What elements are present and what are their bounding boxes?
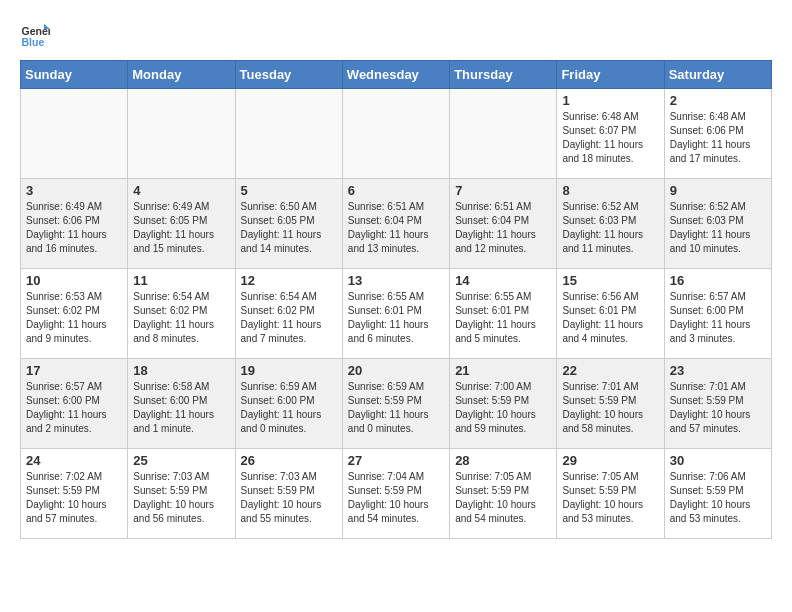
day-number: 18	[133, 363, 229, 378]
day-number: 20	[348, 363, 444, 378]
calendar-day-cell: 9Sunrise: 6:52 AM Sunset: 6:03 PM Daylig…	[664, 179, 771, 269]
calendar-day-cell: 1Sunrise: 6:48 AM Sunset: 6:07 PM Daylig…	[557, 89, 664, 179]
day-number: 4	[133, 183, 229, 198]
calendar-day-cell: 27Sunrise: 7:04 AM Sunset: 5:59 PM Dayli…	[342, 449, 449, 539]
calendar-day-cell: 29Sunrise: 7:05 AM Sunset: 5:59 PM Dayli…	[557, 449, 664, 539]
calendar-day-cell	[128, 89, 235, 179]
calendar-day-cell: 30Sunrise: 7:06 AM Sunset: 5:59 PM Dayli…	[664, 449, 771, 539]
day-info: Sunrise: 7:00 AM Sunset: 5:59 PM Dayligh…	[455, 380, 551, 436]
day-number: 28	[455, 453, 551, 468]
day-number: 10	[26, 273, 122, 288]
calendar-day-cell: 28Sunrise: 7:05 AM Sunset: 5:59 PM Dayli…	[450, 449, 557, 539]
calendar-week-row: 24Sunrise: 7:02 AM Sunset: 5:59 PM Dayli…	[21, 449, 772, 539]
day-number: 21	[455, 363, 551, 378]
weekday-header: Monday	[128, 61, 235, 89]
day-number: 12	[241, 273, 337, 288]
day-info: Sunrise: 7:03 AM Sunset: 5:59 PM Dayligh…	[133, 470, 229, 526]
day-number: 22	[562, 363, 658, 378]
calendar-week-row: 17Sunrise: 6:57 AM Sunset: 6:00 PM Dayli…	[21, 359, 772, 449]
calendar-day-cell: 21Sunrise: 7:00 AM Sunset: 5:59 PM Dayli…	[450, 359, 557, 449]
day-number: 13	[348, 273, 444, 288]
day-info: Sunrise: 7:02 AM Sunset: 5:59 PM Dayligh…	[26, 470, 122, 526]
calendar-day-cell: 10Sunrise: 6:53 AM Sunset: 6:02 PM Dayli…	[21, 269, 128, 359]
day-info: Sunrise: 6:51 AM Sunset: 6:04 PM Dayligh…	[455, 200, 551, 256]
day-info: Sunrise: 7:05 AM Sunset: 5:59 PM Dayligh…	[562, 470, 658, 526]
calendar-day-cell: 16Sunrise: 6:57 AM Sunset: 6:00 PM Dayli…	[664, 269, 771, 359]
calendar-day-cell: 8Sunrise: 6:52 AM Sunset: 6:03 PM Daylig…	[557, 179, 664, 269]
day-info: Sunrise: 6:59 AM Sunset: 6:00 PM Dayligh…	[241, 380, 337, 436]
day-info: Sunrise: 6:48 AM Sunset: 6:07 PM Dayligh…	[562, 110, 658, 166]
page-header: General Blue	[20, 20, 772, 50]
calendar-table: SundayMondayTuesdayWednesdayThursdayFrid…	[20, 60, 772, 539]
calendar-day-cell: 20Sunrise: 6:59 AM Sunset: 5:59 PM Dayli…	[342, 359, 449, 449]
calendar-day-cell: 5Sunrise: 6:50 AM Sunset: 6:05 PM Daylig…	[235, 179, 342, 269]
calendar-day-cell: 25Sunrise: 7:03 AM Sunset: 5:59 PM Dayli…	[128, 449, 235, 539]
calendar-day-cell: 18Sunrise: 6:58 AM Sunset: 6:00 PM Dayli…	[128, 359, 235, 449]
day-number: 30	[670, 453, 766, 468]
calendar-header-row: SundayMondayTuesdayWednesdayThursdayFrid…	[21, 61, 772, 89]
day-number: 5	[241, 183, 337, 198]
calendar-week-row: 10Sunrise: 6:53 AM Sunset: 6:02 PM Dayli…	[21, 269, 772, 359]
day-number: 29	[562, 453, 658, 468]
day-number: 24	[26, 453, 122, 468]
day-info: Sunrise: 6:49 AM Sunset: 6:05 PM Dayligh…	[133, 200, 229, 256]
day-info: Sunrise: 6:57 AM Sunset: 6:00 PM Dayligh…	[670, 290, 766, 346]
calendar-day-cell	[450, 89, 557, 179]
calendar-week-row: 3Sunrise: 6:49 AM Sunset: 6:06 PM Daylig…	[21, 179, 772, 269]
day-info: Sunrise: 6:55 AM Sunset: 6:01 PM Dayligh…	[348, 290, 444, 346]
day-number: 2	[670, 93, 766, 108]
day-number: 19	[241, 363, 337, 378]
day-info: Sunrise: 7:06 AM Sunset: 5:59 PM Dayligh…	[670, 470, 766, 526]
logo-icon: General Blue	[20, 20, 50, 50]
day-info: Sunrise: 6:52 AM Sunset: 6:03 PM Dayligh…	[562, 200, 658, 256]
day-info: Sunrise: 7:04 AM Sunset: 5:59 PM Dayligh…	[348, 470, 444, 526]
day-number: 15	[562, 273, 658, 288]
logo: General Blue	[20, 20, 54, 50]
calendar-day-cell: 17Sunrise: 6:57 AM Sunset: 6:00 PM Dayli…	[21, 359, 128, 449]
calendar-day-cell: 19Sunrise: 6:59 AM Sunset: 6:00 PM Dayli…	[235, 359, 342, 449]
day-number: 9	[670, 183, 766, 198]
day-number: 17	[26, 363, 122, 378]
day-info: Sunrise: 6:54 AM Sunset: 6:02 PM Dayligh…	[241, 290, 337, 346]
day-info: Sunrise: 6:52 AM Sunset: 6:03 PM Dayligh…	[670, 200, 766, 256]
day-info: Sunrise: 6:55 AM Sunset: 6:01 PM Dayligh…	[455, 290, 551, 346]
calendar-day-cell: 15Sunrise: 6:56 AM Sunset: 6:01 PM Dayli…	[557, 269, 664, 359]
calendar-day-cell: 6Sunrise: 6:51 AM Sunset: 6:04 PM Daylig…	[342, 179, 449, 269]
day-info: Sunrise: 6:54 AM Sunset: 6:02 PM Dayligh…	[133, 290, 229, 346]
day-info: Sunrise: 6:50 AM Sunset: 6:05 PM Dayligh…	[241, 200, 337, 256]
calendar-day-cell	[235, 89, 342, 179]
calendar-day-cell: 26Sunrise: 7:03 AM Sunset: 5:59 PM Dayli…	[235, 449, 342, 539]
day-info: Sunrise: 7:01 AM Sunset: 5:59 PM Dayligh…	[562, 380, 658, 436]
calendar-day-cell: 14Sunrise: 6:55 AM Sunset: 6:01 PM Dayli…	[450, 269, 557, 359]
weekday-header: Tuesday	[235, 61, 342, 89]
day-number: 11	[133, 273, 229, 288]
calendar-day-cell: 23Sunrise: 7:01 AM Sunset: 5:59 PM Dayli…	[664, 359, 771, 449]
day-number: 8	[562, 183, 658, 198]
calendar-day-cell: 3Sunrise: 6:49 AM Sunset: 6:06 PM Daylig…	[21, 179, 128, 269]
calendar-week-row: 1Sunrise: 6:48 AM Sunset: 6:07 PM Daylig…	[21, 89, 772, 179]
svg-text:Blue: Blue	[22, 36, 45, 48]
calendar-day-cell: 4Sunrise: 6:49 AM Sunset: 6:05 PM Daylig…	[128, 179, 235, 269]
day-number: 14	[455, 273, 551, 288]
calendar-day-cell: 11Sunrise: 6:54 AM Sunset: 6:02 PM Dayli…	[128, 269, 235, 359]
day-number: 23	[670, 363, 766, 378]
weekday-header: Wednesday	[342, 61, 449, 89]
day-info: Sunrise: 6:48 AM Sunset: 6:06 PM Dayligh…	[670, 110, 766, 166]
day-number: 6	[348, 183, 444, 198]
day-info: Sunrise: 7:05 AM Sunset: 5:59 PM Dayligh…	[455, 470, 551, 526]
weekday-header: Friday	[557, 61, 664, 89]
day-number: 25	[133, 453, 229, 468]
day-number: 7	[455, 183, 551, 198]
calendar-day-cell: 12Sunrise: 6:54 AM Sunset: 6:02 PM Dayli…	[235, 269, 342, 359]
day-number: 3	[26, 183, 122, 198]
day-number: 1	[562, 93, 658, 108]
weekday-header: Saturday	[664, 61, 771, 89]
day-info: Sunrise: 6:59 AM Sunset: 5:59 PM Dayligh…	[348, 380, 444, 436]
day-info: Sunrise: 6:49 AM Sunset: 6:06 PM Dayligh…	[26, 200, 122, 256]
day-info: Sunrise: 6:56 AM Sunset: 6:01 PM Dayligh…	[562, 290, 658, 346]
calendar-day-cell: 2Sunrise: 6:48 AM Sunset: 6:06 PM Daylig…	[664, 89, 771, 179]
calendar-day-cell	[342, 89, 449, 179]
day-info: Sunrise: 6:57 AM Sunset: 6:00 PM Dayligh…	[26, 380, 122, 436]
calendar-day-cell: 22Sunrise: 7:01 AM Sunset: 5:59 PM Dayli…	[557, 359, 664, 449]
calendar-day-cell: 24Sunrise: 7:02 AM Sunset: 5:59 PM Dayli…	[21, 449, 128, 539]
